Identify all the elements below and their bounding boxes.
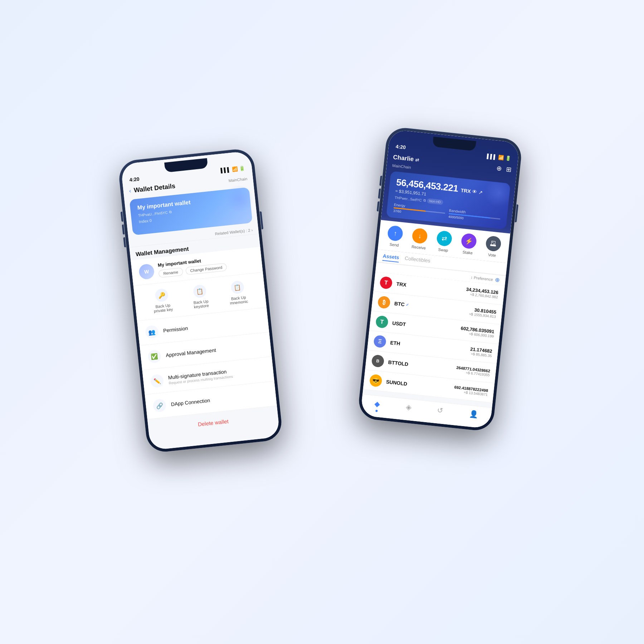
eth-name: ETH [390,340,470,353]
p2-signal-icon: ▌▌▌ [487,153,497,160]
usdt-values: 602,786.035091 ≈$ 606,000.199 [460,326,494,338]
expand-icon[interactable]: ↗ [478,189,483,195]
backup-mnemonic[interactable]: 📋 Back Up mnemonic [228,280,248,305]
trx-values: 34,234,453.126 ≈$ 2,760,842.982 [465,287,499,299]
nav-layers[interactable]: ◈ [405,402,412,415]
dapp-icon: 🔗 [152,399,167,413]
bttold-name: BTTOLD [388,359,457,372]
sunold-icon: 😎 [369,374,382,387]
copy-balance-addr-icon[interactable]: ⧉ [423,198,426,203]
balance-card: 56,456,453.221 TRX 👁 ↗ ≈ $3,951,951.71 T… [386,171,511,229]
scan-icon[interactable]: ⊞ [506,165,512,174]
send-action[interactable]: ↑ Send [386,225,404,248]
swap-icon: ⇄ [436,230,453,247]
backup-keystore[interactable]: 📋 Back Up keystore [192,284,209,309]
multisig-icon: ✏️ [150,374,164,388]
btc-name: BTC ✓ [394,301,470,314]
eth-values: 21.174682 ≈$ 85,885.35 [470,346,493,358]
sunold-name: SUNOLD [386,379,454,392]
receive-down-icon: ↓ [411,228,428,244]
approval-icon: ✅ [147,349,162,364]
backup-keystore-icon: 📋 [193,284,207,298]
eth-icon: Ξ [373,335,386,348]
swap-action[interactable]: ⇄ Swap [435,230,453,253]
dapp-label: DApp Connection [171,391,269,408]
balance-symbol: TRX [460,187,471,194]
phone1-frame: 4:20 ▌▌▌ 📶 🔋 ‹ Wallet Details MainChain … [117,147,283,453]
bandwidth-resource: Bandwidth 4000/5000 [448,209,501,224]
wallet-avatar: W [138,263,155,280]
rename-button[interactable]: Rename [158,268,183,278]
btc-verified-icon: ✓ [406,303,409,307]
receive-icon[interactable]: ⊕ [496,164,502,172]
p1-status-icons: ▌▌▌ 📶 🔋 [220,165,245,173]
signal-icon: ▌▌▌ [220,167,231,173]
btc-icon: ₿ [377,296,391,309]
nav-history-icon: ↺ [437,406,444,415]
add-asset-button[interactable]: ⊕ [495,276,500,283]
nav-profile-icon: 👤 [469,409,478,419]
nav-layers-icon: ◈ [405,402,411,411]
stake-action[interactable]: ⚡ Stake [460,233,477,255]
p1-time: 4:20 [129,176,140,183]
energy-resource: Energy 37/60 [393,203,446,218]
permission-icon: 👥 [145,325,159,339]
nav-assets-icon: ◆ [374,399,380,408]
btc-values: 30.810455 ≈$ 1555,934.813 [469,307,497,319]
vote-icon: 🗳 [485,235,502,252]
trx-icon: T [379,276,392,289]
permission-label: Permission [163,318,261,334]
chain-label: MainChain [228,176,248,182]
non-hd-badge: Non-HD [427,198,443,205]
scene: 4:20 ▌▌▌ 📶 🔋 ‹ Wallet Details MainChain … [125,125,519,519]
p2-header-icons: ⊕ ⊞ [496,164,512,174]
p2-wifi-icon: 📶 [498,155,504,161]
approval-label: Approval Management [166,342,264,358]
receive-action[interactable]: ↓ Receive [411,228,428,250]
nav-profile[interactable]: 👤 [468,409,479,423]
phone2-frame: 4:20 ▌▌▌ 📶 🔋 Charlie ⇄ [357,126,523,432]
trx-name: TRX [396,281,466,294]
tab-collectibles[interactable]: Collectibles [404,255,431,265]
stake-icon: ⚡ [460,233,477,249]
back-button[interactable]: ‹ [129,187,131,194]
battery-icon: 🔋 [239,165,245,171]
bttold-icon: B [371,354,384,367]
wallet-switch-icon[interactable]: ⇄ [415,157,419,162]
sunold-values: 692.418878222498 ≈$ 13.5483871 [454,385,488,396]
nav-history[interactable]: ↺ [436,406,444,419]
tab-assets[interactable]: Assets [382,253,399,263]
p2-battery-icon: 🔋 [505,155,511,161]
usdt-icon: T [375,315,389,328]
usdt-name: USDT [392,320,461,333]
bttold-values: 2648771.04328662 ≈$ 6.77419355 [456,365,491,377]
p2-status-icons: ▌▌▌ 📶 🔋 [487,153,511,161]
backup-key-icon: 🔑 [155,288,169,302]
p2-time: 4:20 [395,143,406,150]
asset-list: T TRX 34,234,453.126 ≈$ 2,760,842.982 ₿ [363,272,505,403]
vote-action[interactable]: 🗳 Vote [484,235,502,258]
send-icon: ↑ [387,225,404,241]
backup-mnemonic-icon: 📋 [230,280,245,294]
wifi-icon: 📶 [231,166,238,172]
preference-button[interactable]: ↕ Preference [470,275,493,281]
visibility-toggle[interactable]: 👁 [472,189,478,195]
wallet-info: My important wallet Rename Change Passwo… [157,253,255,278]
change-password-button[interactable]: Change Password [185,263,228,275]
backup-private-key[interactable]: 🔑 Back Up private key [152,288,173,313]
nav-assets[interactable]: ◆ [374,399,381,412]
copy-address-icon[interactable]: ⧉ [169,210,172,214]
